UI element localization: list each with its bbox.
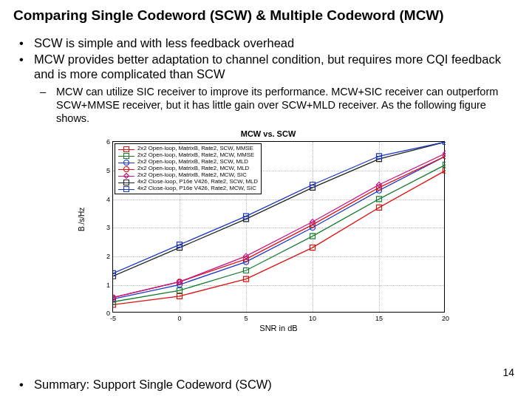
chart-ytick: 3 [98,224,110,231]
chart-xtick: 0 [177,315,181,322]
chart-ytick: 0 [98,310,110,317]
chart-ytick: 4 [98,196,110,203]
chart-xtick: -5 [110,315,116,322]
chart-ytick: 5 [98,167,110,174]
legend-item: 4x2 Close-loop, P16e V426, Rate2, MCW, S… [118,185,258,192]
chart-xtick: 15 [375,315,383,322]
chart-ylabel: B./s/Hz [78,208,86,231]
bullet-2-sub: MCW can utilize SIC receiver to improve … [56,86,519,125]
page-number: 14 [502,366,514,378]
chart-ytick: 6 [98,138,110,146]
page-title: Comparing Single Codeword (SCW) & Multip… [13,7,519,24]
bullet-list: SCW is simple and with less feedback ove… [13,35,519,125]
summary-bullet: Summary: Support Single Codeword (SCW) [34,378,519,392]
chart-xtick: 5 [244,315,248,322]
bullet-1: SCW is simple and with less feedback ove… [34,35,519,50]
chart-plot-area: 2x2 Open-loop, MatrixB, Rate2, SCW, MMSE… [112,141,445,313]
chart-ytick: 2 [98,253,110,260]
chart-legend: 2x2 Open-loop, MatrixB, Rate2, SCW, MMSE… [115,143,262,194]
chart-xtick: 20 [442,315,449,322]
svg-point-0 [124,160,129,165]
chart-container: MCW vs. SCW B./s/Hz 2x2 Open-loop, Matri… [80,129,457,332]
summary-list: Summary: Support Single Codeword (SCW) [13,378,519,392]
chart-ytick: 1 [98,282,110,289]
bullet-2-text: MCW provides better adaptation to channe… [34,52,501,81]
chart-title: MCW vs. SCW [80,129,457,138]
bullet-2: MCW provides better adaptation to channe… [34,52,519,125]
chart-xtick: 10 [309,315,316,322]
svg-point-1 [124,166,129,171]
chart-xlabel: SNR in dB [112,324,445,332]
